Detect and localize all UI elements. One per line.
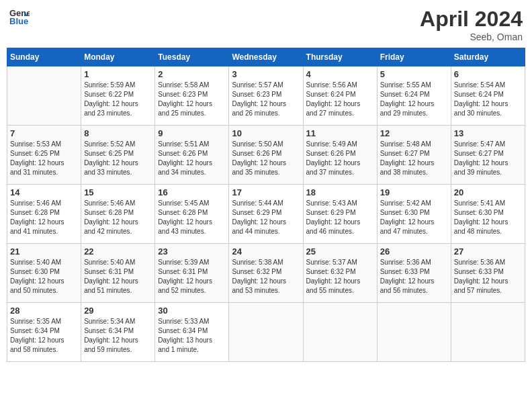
- calendar-cell: [229, 303, 303, 362]
- logo-icon: General Blue: [9, 7, 30, 27]
- day-number: 10: [232, 128, 300, 138]
- day-number: 14: [10, 187, 78, 197]
- calendar-week-2: 7Sunrise: 5:53 AM Sunset: 6:25 PM Daylig…: [7, 126, 525, 185]
- calendar-cell: 12Sunrise: 5:48 AM Sunset: 6:27 PM Dayli…: [377, 126, 451, 185]
- day-info: Sunrise: 5:34 AM Sunset: 6:34 PM Dayligh…: [84, 317, 152, 355]
- calendar-cell: 3Sunrise: 5:57 AM Sunset: 6:23 PM Daylig…: [229, 66, 303, 126]
- logo: General Blue: [9, 7, 31, 27]
- day-info: Sunrise: 5:50 AM Sunset: 6:26 PM Dayligh…: [232, 140, 300, 177]
- calendar-week-4: 21Sunrise: 5:40 AM Sunset: 6:30 PM Dayli…: [7, 244, 525, 303]
- day-info: Sunrise: 5:56 AM Sunset: 6:24 PM Dayligh…: [306, 81, 374, 118]
- day-number: 4: [306, 69, 374, 79]
- day-info: Sunrise: 5:40 AM Sunset: 6:30 PM Dayligh…: [10, 258, 78, 295]
- calendar-cell: 6Sunrise: 5:54 AM Sunset: 6:24 PM Daylig…: [451, 66, 525, 126]
- calendar-cell: 28Sunrise: 5:35 AM Sunset: 6:34 PM Dayli…: [7, 303, 81, 362]
- calendar-cell: 1Sunrise: 5:59 AM Sunset: 6:22 PM Daylig…: [81, 66, 155, 126]
- title-block: April 2024 Seeb, Oman: [420, 7, 523, 42]
- day-number: 24: [232, 246, 300, 257]
- day-info: Sunrise: 5:49 AM Sunset: 6:26 PM Dayligh…: [306, 140, 374, 177]
- day-number: 20: [454, 187, 522, 197]
- day-info: Sunrise: 5:42 AM Sunset: 6:30 PM Dayligh…: [380, 199, 448, 236]
- calendar-cell: [451, 303, 525, 362]
- day-info: Sunrise: 5:36 AM Sunset: 6:33 PM Dayligh…: [454, 258, 522, 295]
- day-number: 23: [158, 246, 226, 257]
- day-info: Sunrise: 5:40 AM Sunset: 6:31 PM Dayligh…: [84, 258, 152, 295]
- calendar-cell: 27Sunrise: 5:36 AM Sunset: 6:33 PM Dayli…: [451, 244, 525, 303]
- day-info: Sunrise: 5:37 AM Sunset: 6:32 PM Dayligh…: [306, 258, 374, 295]
- day-info: Sunrise: 5:45 AM Sunset: 6:28 PM Dayligh…: [158, 199, 226, 236]
- day-info: Sunrise: 5:59 AM Sunset: 6:22 PM Dayligh…: [84, 81, 152, 118]
- day-info: Sunrise: 5:53 AM Sunset: 6:25 PM Dayligh…: [10, 140, 78, 177]
- calendar-cell: 15Sunrise: 5:46 AM Sunset: 6:28 PM Dayli…: [81, 185, 155, 244]
- calendar-cell: 30Sunrise: 5:33 AM Sunset: 6:34 PM Dayli…: [155, 303, 229, 362]
- weekday-header-friday: Friday: [377, 48, 451, 66]
- calendar-cell: 22Sunrise: 5:40 AM Sunset: 6:31 PM Dayli…: [81, 244, 155, 303]
- day-number: 12: [380, 128, 448, 138]
- day-number: 17: [232, 187, 300, 197]
- calendar-week-3: 14Sunrise: 5:46 AM Sunset: 6:28 PM Dayli…: [7, 185, 525, 244]
- calendar-cell: 2Sunrise: 5:58 AM Sunset: 6:23 PM Daylig…: [155, 66, 229, 126]
- day-number: 15: [84, 187, 152, 197]
- day-info: Sunrise: 5:44 AM Sunset: 6:29 PM Dayligh…: [232, 199, 300, 236]
- day-number: 6: [454, 69, 522, 79]
- calendar-cell: [377, 303, 451, 362]
- day-number: 19: [380, 187, 448, 197]
- calendar-cell: 9Sunrise: 5:51 AM Sunset: 6:26 PM Daylig…: [155, 126, 229, 185]
- day-info: Sunrise: 5:55 AM Sunset: 6:24 PM Dayligh…: [380, 81, 448, 118]
- calendar-cell: 8Sunrise: 5:52 AM Sunset: 6:25 PM Daylig…: [81, 126, 155, 185]
- calendar-cell: 21Sunrise: 5:40 AM Sunset: 6:30 PM Dayli…: [7, 244, 81, 303]
- location-subtitle: Seeb, Oman: [420, 32, 523, 42]
- day-info: Sunrise: 5:33 AM Sunset: 6:34 PM Dayligh…: [158, 317, 226, 355]
- day-info: Sunrise: 5:43 AM Sunset: 6:29 PM Dayligh…: [306, 199, 374, 236]
- page-header: General Blue April 2024 Seeb, Oman: [7, 7, 525, 42]
- calendar-cell: 29Sunrise: 5:34 AM Sunset: 6:34 PM Dayli…: [81, 303, 155, 362]
- calendar-cell: 7Sunrise: 5:53 AM Sunset: 6:25 PM Daylig…: [7, 126, 81, 185]
- day-number: 3: [232, 69, 300, 79]
- day-number: 11: [306, 128, 374, 138]
- day-number: 21: [10, 246, 78, 257]
- day-number: 30: [158, 306, 226, 316]
- day-number: 2: [158, 69, 226, 79]
- day-number: 16: [158, 187, 226, 197]
- calendar-cell: 19Sunrise: 5:42 AM Sunset: 6:30 PM Dayli…: [377, 185, 451, 244]
- day-info: Sunrise: 5:46 AM Sunset: 6:28 PM Dayligh…: [84, 199, 152, 236]
- day-info: Sunrise: 5:58 AM Sunset: 6:23 PM Dayligh…: [158, 81, 226, 118]
- day-number: 26: [380, 246, 448, 257]
- day-number: 22: [84, 246, 152, 257]
- calendar-cell: 5Sunrise: 5:55 AM Sunset: 6:24 PM Daylig…: [377, 66, 451, 126]
- weekday-header-wednesday: Wednesday: [229, 48, 303, 66]
- calendar-cell: 17Sunrise: 5:44 AM Sunset: 6:29 PM Dayli…: [229, 185, 303, 244]
- day-info: Sunrise: 5:36 AM Sunset: 6:33 PM Dayligh…: [380, 258, 448, 295]
- day-number: 1: [84, 69, 152, 79]
- calendar-cell: 24Sunrise: 5:38 AM Sunset: 6:32 PM Dayli…: [229, 244, 303, 303]
- calendar-cell: [303, 303, 377, 362]
- calendar-cell: 23Sunrise: 5:39 AM Sunset: 6:31 PM Dayli…: [155, 244, 229, 303]
- day-number: 13: [454, 128, 522, 138]
- day-number: 5: [380, 69, 448, 79]
- day-info: Sunrise: 5:51 AM Sunset: 6:26 PM Dayligh…: [158, 140, 226, 177]
- day-info: Sunrise: 5:52 AM Sunset: 6:25 PM Dayligh…: [84, 140, 152, 177]
- day-info: Sunrise: 5:35 AM Sunset: 6:34 PM Dayligh…: [10, 317, 78, 355]
- weekday-header-thursday: Thursday: [303, 48, 377, 66]
- weekday-header-monday: Monday: [81, 48, 155, 66]
- day-number: 27: [454, 246, 522, 257]
- calendar-cell: 18Sunrise: 5:43 AM Sunset: 6:29 PM Dayli…: [303, 185, 377, 244]
- day-info: Sunrise: 5:54 AM Sunset: 6:24 PM Dayligh…: [454, 81, 522, 118]
- calendar-cell: 16Sunrise: 5:45 AM Sunset: 6:28 PM Dayli…: [155, 185, 229, 244]
- day-info: Sunrise: 5:41 AM Sunset: 6:30 PM Dayligh…: [454, 199, 522, 236]
- calendar-cell: 14Sunrise: 5:46 AM Sunset: 6:28 PM Dayli…: [7, 185, 81, 244]
- day-info: Sunrise: 5:47 AM Sunset: 6:27 PM Dayligh…: [454, 140, 522, 177]
- month-title: April 2024: [420, 7, 523, 32]
- calendar-cell: [7, 66, 81, 126]
- weekday-header-saturday: Saturday: [451, 48, 525, 66]
- day-number: 8: [84, 128, 152, 138]
- day-info: Sunrise: 5:48 AM Sunset: 6:27 PM Dayligh…: [380, 140, 448, 177]
- day-number: 25: [306, 246, 374, 257]
- day-number: 28: [10, 306, 78, 316]
- weekday-header-tuesday: Tuesday: [155, 48, 229, 66]
- weekday-header-sunday: Sunday: [7, 48, 81, 66]
- day-info: Sunrise: 5:39 AM Sunset: 6:31 PM Dayligh…: [158, 258, 226, 295]
- day-number: 18: [306, 187, 374, 197]
- calendar-table: SundayMondayTuesdayWednesdayThursdayFrid…: [7, 48, 525, 362]
- calendar-week-5: 28Sunrise: 5:35 AM Sunset: 6:34 PM Dayli…: [7, 303, 525, 362]
